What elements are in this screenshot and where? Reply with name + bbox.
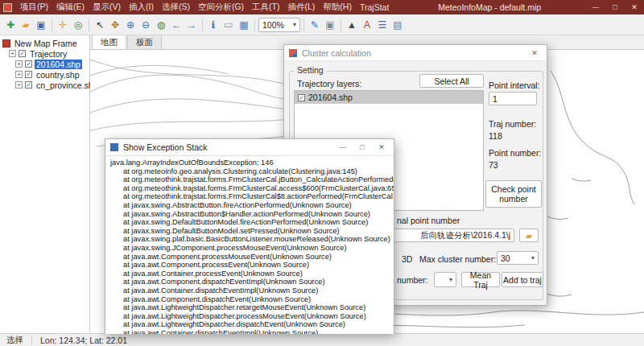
cluster-number-combo[interactable]: ▾ — [434, 272, 456, 287]
minimize-button[interactable]: — — [586, 0, 605, 14]
chevron-down-icon: ▾ — [293, 21, 296, 28]
expander-icon[interactable]: + — [15, 60, 23, 68]
legend-item-map-frame[interactable]: New Map Frame — [2, 38, 89, 48]
exception-dialog-titlebar[interactable]: Show Exception Stack — □ ✕ — [105, 139, 394, 156]
browse-folder-button[interactable]: ▰ — [519, 229, 539, 242]
tab-map[interactable]: 地图 — [92, 35, 126, 49]
checkbox-icon[interactable]: ✓ — [25, 81, 32, 89]
add-to-traj-button[interactable]: Add to traj — [502, 272, 543, 287]
traj-number-value: 118 — [489, 131, 502, 141]
maximize-icon[interactable]: □ — [355, 143, 369, 151]
legend-group-trajectory[interactable]: + ✓ Trajectory — [2, 48, 89, 59]
stack-line: at org.meteothink.trajstat.forms.FrmClus… — [110, 192, 389, 201]
label-icon[interactable]: A — [360, 18, 374, 32]
cluster-dialog-title: Cluster calculation — [302, 48, 522, 58]
toolbar: ✚ ▰ ▣ ✛ ◎ ↖ ✥ ⊕ ⊖ ◍ ← → ℹ ▭ ▦ 100% ▾ ✎ ▣… — [0, 14, 644, 35]
zoom-in-icon[interactable]: ⊕ — [123, 18, 138, 32]
status-separator — [31, 336, 32, 345]
menu-item-spatial-analysis[interactable]: 空间分析(G) — [194, 2, 248, 13]
zoom-level-value: 100% — [262, 20, 284, 30]
traj-number-label: Traj number: — [489, 119, 536, 129]
stack-line: at javax.swing.AbstractButton.fireAction… — [110, 201, 389, 210]
list-item-201604[interactable]: ✓ 201604.shp — [295, 91, 483, 104]
cluster-dialog-titlebar[interactable]: Cluster calculation ✕ — [284, 45, 547, 61]
close-icon[interactable]: ✕ — [527, 49, 542, 57]
stack-line: at java.awt.Container.dispatchEventImpl(… — [110, 329, 389, 334]
output-path-value: 后向轨迹分析\2016.4.1\j — [420, 230, 510, 241]
minimize-icon[interactable]: — — [336, 143, 350, 151]
select-element-icon[interactable]: ↖ — [93, 18, 107, 32]
stack-line: at javax.swing.JComponent.processMouseEv… — [110, 244, 389, 253]
zoom-out-icon[interactable]: ⊖ — [138, 18, 153, 32]
three-d-label: 3D — [402, 254, 412, 264]
setting-label: Setting — [294, 65, 327, 75]
check-point-number-button[interactable]: Check point number — [485, 180, 542, 208]
window-controls: — □ ✕ — [586, 0, 644, 14]
menu-item-project[interactable]: 项目(P) — [16, 2, 52, 13]
point-number-value: 73 — [489, 160, 498, 170]
menu-item-tools[interactable]: 工具(T) — [248, 2, 283, 13]
add-layer-icon[interactable]: ✛ — [56, 18, 70, 32]
save-project-icon[interactable]: ▣ — [34, 18, 48, 32]
layer-label-country: country.shp — [35, 70, 81, 80]
new-project-icon[interactable]: ✚ — [3, 18, 18, 32]
checkbox-icon[interactable]: ✓ — [19, 50, 26, 57]
checkbox-icon[interactable]: ✓ — [298, 94, 305, 101]
identify-icon[interactable]: ℹ — [206, 18, 221, 32]
zoom-previous-icon[interactable]: ← — [169, 18, 184, 32]
max-cluster-combo[interactable]: 30 ▾ — [497, 251, 539, 265]
stack-line: at javax.swing.DefaultButtonModel.setPre… — [110, 227, 389, 236]
zoom-next-icon[interactable]: → — [184, 18, 199, 32]
full-extent-icon[interactable]: ◍ — [154, 18, 168, 32]
measure-icon[interactable]: ▭ — [221, 18, 236, 32]
mean-traj-button[interactable]: Mean Traj — [461, 272, 500, 287]
status-coordinates: Lon: 124.34; Lat: 22.01 — [40, 336, 127, 345]
exception-stack-text[interactable]: java.lang.ArrayIndexOutOfBoundsException… — [105, 156, 394, 334]
menu-item-edit[interactable]: 编辑(E) — [52, 2, 89, 13]
menu-item-view[interactable]: 显示(V) — [89, 2, 125, 13]
select-all-button[interactable]: Select All — [419, 74, 484, 88]
layout-icon[interactable]: ▤ — [390, 18, 405, 32]
max-cluster-label: Max cluster number: — [419, 254, 496, 264]
menu-item-selection[interactable]: 选择(S) — [158, 2, 194, 13]
expander-icon[interactable]: + — [15, 81, 23, 89]
app-icon — [3, 3, 12, 12]
menu-item-plugins[interactable]: 插件(L) — [284, 2, 320, 13]
title-bar: 项目(P) 编辑(E) 显示(V) 插入(I) 选择(S) 空间分析(G) 工具… — [0, 0, 644, 14]
checkbox-icon[interactable]: ✓ — [25, 60, 32, 68]
layer-label-201604: 201604.shp — [35, 60, 82, 69]
menu-item-trajstat[interactable]: TrajStat — [356, 2, 393, 12]
point-interval-input[interactable]: 1 — [489, 92, 537, 105]
menu-item-help[interactable]: 帮助(H) — [319, 2, 356, 13]
legend-layer-201604[interactable]: + ✓ 201604.shp — [2, 59, 89, 69]
trajectory-group-label: Trajectory — [28, 49, 68, 59]
add-web-layer-icon[interactable]: ◎ — [71, 18, 85, 32]
maximize-button[interactable]: □ — [605, 0, 625, 14]
open-project-icon[interactable]: ▰ — [19, 18, 33, 32]
legend-panel: New Map Frame + ✓ Trajectory + ✓ 201604.… — [0, 35, 90, 333]
expander-icon[interactable]: + — [15, 71, 23, 78]
edit-pen-icon[interactable]: ✎ — [308, 18, 322, 32]
pan-icon[interactable]: ✥ — [108, 18, 122, 32]
cluster-number-label: number: — [397, 275, 428, 285]
toolbar-separator — [303, 19, 304, 31]
menu-item-insert[interactable]: 插入(I) — [125, 2, 158, 13]
chevron-down-icon: ▾ — [449, 276, 452, 283]
save-edit-icon[interactable]: ▣ — [323, 18, 337, 32]
attribute-table-icon[interactable]: ▦ — [237, 18, 251, 32]
stack-line: at java.awt.Container.processEvent(Unkno… — [110, 270, 389, 278]
close-button[interactable]: ✕ — [625, 0, 644, 14]
tab-layout[interactable]: 板面 — [127, 35, 162, 49]
legend-layer-country[interactable]: + ✓ country.shp — [2, 69, 89, 80]
legend-layer-cn-province[interactable]: + ✓ cn_province.shp — [2, 80, 89, 90]
legend-editor-icon[interactable]: ☰ — [375, 18, 390, 32]
checkbox-icon[interactable]: ✓ — [25, 71, 32, 78]
north-arrow-icon[interactable]: ▲ — [345, 18, 359, 32]
expander-icon[interactable]: + — [9, 50, 16, 57]
toolbar-separator — [254, 19, 255, 31]
stack-line: at java.awt.LightweightDispatcher.dispat… — [110, 320, 389, 329]
status-mode: 选择 — [6, 335, 23, 346]
stack-line: at java.awt.Component.dispatchEventImpl(… — [110, 278, 389, 286]
zoom-level-combo[interactable]: 100% ▾ — [258, 18, 300, 32]
close-icon[interactable]: ✕ — [374, 143, 389, 151]
